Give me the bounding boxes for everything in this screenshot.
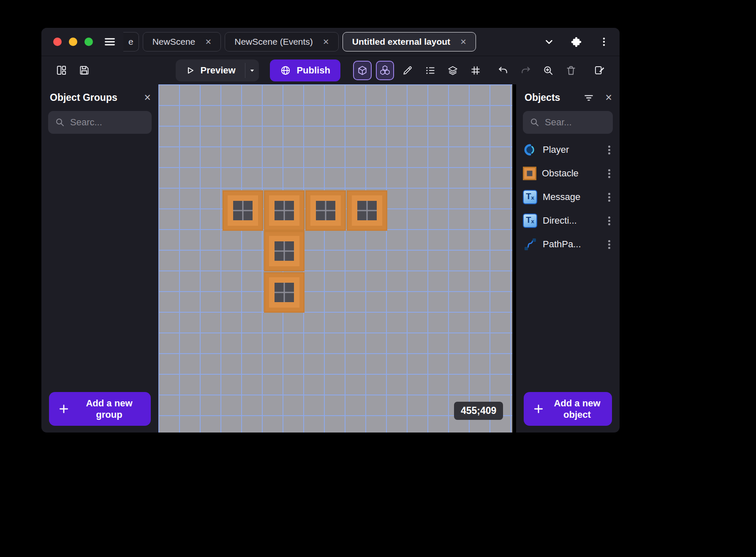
tab-newscene-events[interactable]: NewScene (Events) × <box>225 32 339 51</box>
cursor-coordinates-badge: 455;409 <box>454 402 503 420</box>
obstacle-icon <box>523 167 536 180</box>
maximize-window-button[interactable] <box>84 38 93 46</box>
minimize-window-button[interactable] <box>69 38 77 46</box>
search-icon <box>55 117 65 127</box>
save-icon[interactable] <box>75 61 94 80</box>
text-object-icon: Tx <box>523 190 537 204</box>
obstacle-instance[interactable] <box>223 190 263 231</box>
object-search-box <box>523 111 613 134</box>
object-name: Directi... <box>543 215 599 226</box>
extensions-puzzle-icon[interactable] <box>571 36 582 48</box>
kebab-menu-icon[interactable] <box>598 36 609 47</box>
filter-icon[interactable] <box>583 92 594 103</box>
add-group-button[interactable]: Add a new group <box>49 392 151 426</box>
crate-core <box>275 241 294 261</box>
object-row-pathpaint[interactable]: PathPa... <box>516 233 620 256</box>
preview-label: Preview <box>201 65 236 76</box>
tab-label: NewScene <box>152 37 196 47</box>
close-icon[interactable]: × <box>605 92 612 103</box>
obstacle-instance[interactable] <box>264 231 305 271</box>
crate-core <box>233 201 253 220</box>
object-row-message[interactable]: Tx Message <box>516 185 620 209</box>
kebab-menu-icon[interactable] <box>608 243 610 246</box>
text-object-icon: Tx <box>523 214 537 228</box>
undo-icon[interactable] <box>494 61 512 80</box>
traffic-lights <box>53 38 93 46</box>
grid-toggle-icon[interactable] <box>466 61 485 80</box>
instances-list-icon[interactable] <box>421 61 440 80</box>
obstacle-instance[interactable] <box>264 272 305 313</box>
kebab-menu-icon[interactable] <box>608 173 610 175</box>
object-row-player[interactable]: Player <box>516 138 620 162</box>
object-groups-panel: Object Groups × Add a new group <box>41 84 158 433</box>
object-name: Message <box>543 192 599 203</box>
object-groups-list <box>41 134 158 392</box>
kebab-menu-icon[interactable] <box>608 149 610 151</box>
tab-untitled-external-layout[interactable]: Untitled external layout × <box>343 32 476 51</box>
obstacle-instance[interactable] <box>264 190 305 231</box>
object-name: Player <box>543 144 599 155</box>
tab-label: Untitled external layout <box>352 37 450 47</box>
objects-list: Player Obstacle Tx Message Tx Directi... <box>516 138 620 392</box>
crate-core <box>316 201 335 220</box>
tab-close-icon[interactable]: × <box>205 37 211 47</box>
group-search-input[interactable] <box>70 117 145 128</box>
redo-icon[interactable] <box>517 61 535 80</box>
publish-button[interactable]: Publish <box>270 59 340 81</box>
kebab-menu-icon[interactable] <box>608 220 610 222</box>
panel-title: Object Groups <box>50 92 117 103</box>
crate-core <box>357 201 377 220</box>
object-search-input[interactable] <box>545 117 606 128</box>
object-name: PathPa... <box>543 239 599 250</box>
crate-core <box>275 201 294 220</box>
objects-header: Objects × <box>516 84 620 106</box>
app-window: e NewScene × NewScene (Events) × Untitle… <box>41 28 620 433</box>
preview-button[interactable]: Preview <box>176 59 245 81</box>
obstacle-instance[interactable] <box>347 190 387 231</box>
main-area: Object Groups × Add a new group 455;409 <box>41 84 620 433</box>
view-3d-toggle-button[interactable] <box>353 61 372 80</box>
instances-3d-cubes-toggle-button[interactable] <box>376 61 394 80</box>
tab-newscene[interactable]: NewScene × <box>143 32 221 51</box>
player-icon <box>523 143 537 157</box>
zoom-icon[interactable] <box>539 61 557 80</box>
close-icon[interactable]: × <box>144 92 151 103</box>
chevron-down-icon[interactable] <box>544 36 555 47</box>
scene-canvas[interactable]: 455;409 <box>158 84 512 433</box>
titlebar-actions <box>544 36 609 48</box>
search-icon <box>530 117 540 127</box>
plus-icon <box>533 403 544 414</box>
obstacle-instance[interactable] <box>305 190 346 231</box>
object-row-directions[interactable]: Tx Directi... <box>516 209 620 233</box>
hamburger-menu-icon[interactable] <box>104 36 116 48</box>
tab-close-icon[interactable]: × <box>323 37 329 47</box>
tab-label: e <box>128 37 133 47</box>
toolbar: Preview Publish <box>41 56 620 84</box>
titlebar: e NewScene × NewScene (Events) × Untitle… <box>41 28 620 56</box>
objects-panel: Objects × Player Obstacle <box>516 84 620 433</box>
add-group-label: Add a new group <box>73 397 145 421</box>
trash-icon[interactable] <box>562 61 580 80</box>
tab-bar: e NewScene × NewScene (Events) × Untitle… <box>123 28 476 56</box>
layers-icon[interactable] <box>443 61 462 80</box>
tab-label: NewScene (Events) <box>234 37 313 47</box>
crate-core <box>275 283 294 302</box>
close-window-button[interactable] <box>53 38 62 46</box>
tab-close-icon[interactable]: × <box>460 37 466 47</box>
group-search-box <box>48 111 152 134</box>
panel-divider <box>512 84 516 433</box>
preview-options-caret[interactable] <box>245 59 259 81</box>
object-name: Obstacle <box>542 168 599 179</box>
tab-partial[interactable]: e <box>123 32 139 51</box>
project-manager-button[interactable] <box>52 61 71 80</box>
plus-icon <box>58 403 69 414</box>
edit-pencil-icon[interactable] <box>398 61 417 80</box>
object-row-obstacle[interactable]: Obstacle <box>516 162 620 185</box>
publish-label: Publish <box>296 65 330 76</box>
kebab-menu-icon[interactable] <box>608 196 610 198</box>
add-object-label: Add a new object <box>548 397 606 421</box>
edit-scene-properties-icon[interactable] <box>590 61 609 80</box>
object-groups-header: Object Groups × <box>41 84 158 106</box>
add-object-button[interactable]: Add a new object <box>524 392 612 426</box>
path-icon <box>523 237 537 251</box>
